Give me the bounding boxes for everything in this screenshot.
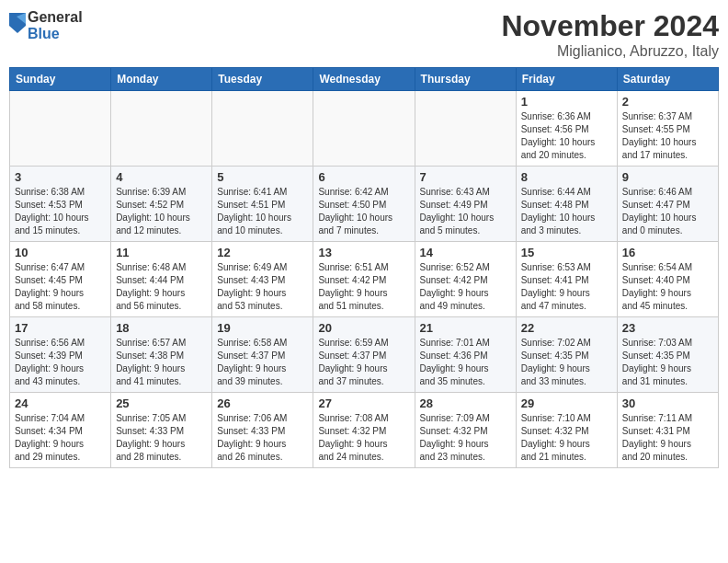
calendar: SundayMondayTuesdayWednesdayThursdayFrid… bbox=[9, 67, 719, 468]
cell-line: and 43 minutes. bbox=[15, 376, 80, 386]
cell-content: Sunrise: 6:52 AMSunset: 4:42 PMDaylight:… bbox=[420, 261, 511, 313]
cell-line: Daylight: 10 hours bbox=[521, 137, 596, 147]
cell-line: Daylight: 9 hours bbox=[420, 439, 489, 449]
day-number: 10 bbox=[15, 246, 106, 259]
page-header: General Blue November 2024 Miglianico, A… bbox=[9, 9, 719, 60]
cell-line: Sunset: 4:33 PM bbox=[217, 426, 285, 436]
day-number: 23 bbox=[622, 321, 713, 335]
cell-line: and 24 minutes. bbox=[318, 452, 383, 462]
day-number: 17 bbox=[15, 321, 106, 335]
cell-content: Sunrise: 6:54 AMSunset: 4:40 PMDaylight:… bbox=[622, 261, 713, 313]
cell-line: Sunrise: 7:11 AM bbox=[622, 413, 692, 423]
cell-line: Sunset: 4:47 PM bbox=[622, 200, 690, 210]
cell-content: Sunrise: 7:01 AMSunset: 4:36 PMDaylight:… bbox=[420, 337, 511, 388]
cell-line: and 20 minutes. bbox=[521, 150, 586, 160]
cell-line: Sunset: 4:38 PM bbox=[116, 350, 184, 361]
day-number: 20 bbox=[318, 321, 409, 335]
cell-line: Daylight: 9 hours bbox=[521, 288, 590, 298]
cell-line: and 15 minutes. bbox=[15, 225, 80, 236]
cell-content: Sunrise: 6:56 AMSunset: 4:39 PMDaylight:… bbox=[15, 337, 106, 388]
cell-line: Sunrise: 7:03 AM bbox=[622, 338, 692, 348]
cell-line: Sunset: 4:43 PM bbox=[217, 275, 285, 285]
cell-line: Daylight: 10 hours bbox=[217, 213, 291, 223]
cell-line: Sunset: 4:49 PM bbox=[420, 200, 488, 210]
cell-line: Sunset: 4:45 PM bbox=[15, 275, 83, 285]
cell-line: Sunrise: 7:09 AM bbox=[420, 413, 490, 423]
calendar-cell: 12Sunrise: 6:49 AMSunset: 4:43 PMDayligh… bbox=[212, 242, 313, 317]
cell-content: Sunrise: 6:59 AMSunset: 4:37 PMDaylight:… bbox=[318, 337, 409, 388]
day-number: 4 bbox=[116, 170, 207, 184]
day-number: 27 bbox=[318, 396, 409, 410]
cell-line: Daylight: 10 hours bbox=[15, 213, 89, 223]
cell-line: Sunset: 4:39 PM bbox=[15, 350, 83, 361]
week-row-1: 1Sunrise: 6:36 AMSunset: 4:56 PMDaylight… bbox=[10, 91, 719, 167]
cell-line: and 23 minutes. bbox=[420, 452, 485, 462]
cell-line: Sunrise: 6:37 AM bbox=[622, 111, 692, 121]
cell-content: Sunrise: 6:37 AMSunset: 4:55 PMDaylight:… bbox=[622, 110, 713, 162]
cell-line: Sunrise: 6:56 AM bbox=[15, 338, 85, 348]
weekday-wednesday: Wednesday bbox=[313, 68, 415, 91]
cell-line: Daylight: 9 hours bbox=[15, 363, 84, 373]
cell-line: and 7 minutes. bbox=[318, 225, 379, 236]
cell-line: and 29 minutes. bbox=[15, 452, 80, 462]
calendar-cell bbox=[10, 91, 111, 167]
day-number: 21 bbox=[420, 321, 511, 335]
cell-line: Daylight: 9 hours bbox=[217, 439, 286, 449]
cell-line: Sunset: 4:32 PM bbox=[420, 426, 488, 436]
weekday-thursday: Thursday bbox=[415, 68, 516, 91]
calendar-cell: 9Sunrise: 6:46 AMSunset: 4:47 PMDaylight… bbox=[617, 167, 718, 242]
calendar-cell bbox=[111, 91, 212, 167]
cell-line: and 0 minutes. bbox=[622, 225, 683, 236]
calendar-cell: 15Sunrise: 6:53 AMSunset: 4:41 PMDayligh… bbox=[516, 242, 617, 317]
logo: General Blue bbox=[9, 9, 83, 41]
calendar-cell: 28Sunrise: 7:09 AMSunset: 4:32 PMDayligh… bbox=[415, 393, 516, 468]
cell-line: Sunset: 4:40 PM bbox=[622, 275, 690, 285]
calendar-cell: 2Sunrise: 6:37 AMSunset: 4:55 PMDaylight… bbox=[617, 91, 718, 167]
cell-content: Sunrise: 7:10 AMSunset: 4:32 PMDaylight:… bbox=[521, 412, 612, 464]
cell-line: Sunset: 4:36 PM bbox=[420, 350, 488, 361]
cell-line: Sunrise: 6:48 AM bbox=[116, 262, 186, 272]
weekday-header-row: SundayMondayTuesdayWednesdayThursdayFrid… bbox=[10, 68, 719, 91]
calendar-cell: 26Sunrise: 7:06 AMSunset: 4:33 PMDayligh… bbox=[212, 393, 313, 468]
cell-line: Sunrise: 6:54 AM bbox=[622, 262, 692, 272]
logo-blue: Blue bbox=[28, 26, 83, 42]
cell-line: Daylight: 9 hours bbox=[420, 288, 489, 298]
cell-line: Sunrise: 6:38 AM bbox=[15, 187, 85, 197]
cell-content: Sunrise: 6:42 AMSunset: 4:50 PMDaylight:… bbox=[318, 186, 409, 237]
day-number: 9 bbox=[622, 170, 713, 184]
cell-line: Sunrise: 7:01 AM bbox=[420, 338, 490, 348]
cell-content: Sunrise: 6:49 AMSunset: 4:43 PMDaylight:… bbox=[217, 261, 308, 313]
day-number: 25 bbox=[116, 396, 207, 410]
calendar-cell: 13Sunrise: 6:51 AMSunset: 4:42 PMDayligh… bbox=[313, 242, 415, 317]
cell-line: Sunrise: 6:59 AM bbox=[318, 338, 388, 348]
cell-line: and 56 minutes. bbox=[116, 301, 181, 311]
cell-line: Sunset: 4:51 PM bbox=[217, 200, 285, 210]
cell-content: Sunrise: 7:02 AMSunset: 4:35 PMDaylight:… bbox=[521, 337, 612, 388]
cell-content: Sunrise: 6:41 AMSunset: 4:51 PMDaylight:… bbox=[217, 186, 308, 237]
cell-line: Daylight: 9 hours bbox=[318, 439, 387, 449]
cell-content: Sunrise: 6:47 AMSunset: 4:45 PMDaylight:… bbox=[15, 261, 106, 313]
calendar-cell: 10Sunrise: 6:47 AMSunset: 4:45 PMDayligh… bbox=[10, 242, 111, 317]
calendar-cell: 7Sunrise: 6:43 AMSunset: 4:49 PMDaylight… bbox=[415, 167, 516, 242]
cell-line: and 49 minutes. bbox=[420, 301, 485, 311]
cell-content: Sunrise: 7:03 AMSunset: 4:35 PMDaylight:… bbox=[622, 337, 713, 388]
week-row-4: 17Sunrise: 6:56 AMSunset: 4:39 PMDayligh… bbox=[10, 317, 719, 393]
cell-line: Sunrise: 6:39 AM bbox=[116, 187, 186, 197]
cell-line: Sunrise: 6:36 AM bbox=[521, 111, 591, 121]
cell-line: and 20 minutes. bbox=[622, 452, 688, 462]
cell-line: and 41 minutes. bbox=[116, 376, 181, 386]
calendar-cell: 8Sunrise: 6:44 AMSunset: 4:48 PMDaylight… bbox=[516, 167, 617, 242]
day-number: 3 bbox=[15, 170, 106, 184]
week-row-3: 10Sunrise: 6:47 AMSunset: 4:45 PMDayligh… bbox=[10, 242, 719, 317]
cell-line: Sunrise: 7:08 AM bbox=[318, 413, 388, 423]
cell-line: Sunrise: 6:44 AM bbox=[521, 187, 591, 197]
calendar-cell: 6Sunrise: 6:42 AMSunset: 4:50 PMDaylight… bbox=[313, 167, 415, 242]
cell-line: Sunset: 4:48 PM bbox=[521, 200, 589, 210]
cell-line: and 47 minutes. bbox=[521, 301, 586, 311]
cell-line: Daylight: 9 hours bbox=[420, 363, 489, 373]
calendar-cell: 4Sunrise: 6:39 AMSunset: 4:52 PMDaylight… bbox=[111, 167, 212, 242]
cell-content: Sunrise: 7:05 AMSunset: 4:33 PMDaylight:… bbox=[116, 412, 207, 464]
cell-line: and 45 minutes. bbox=[622, 301, 688, 311]
cell-line: Sunset: 4:37 PM bbox=[217, 350, 285, 361]
cell-line: Daylight: 10 hours bbox=[622, 213, 697, 223]
